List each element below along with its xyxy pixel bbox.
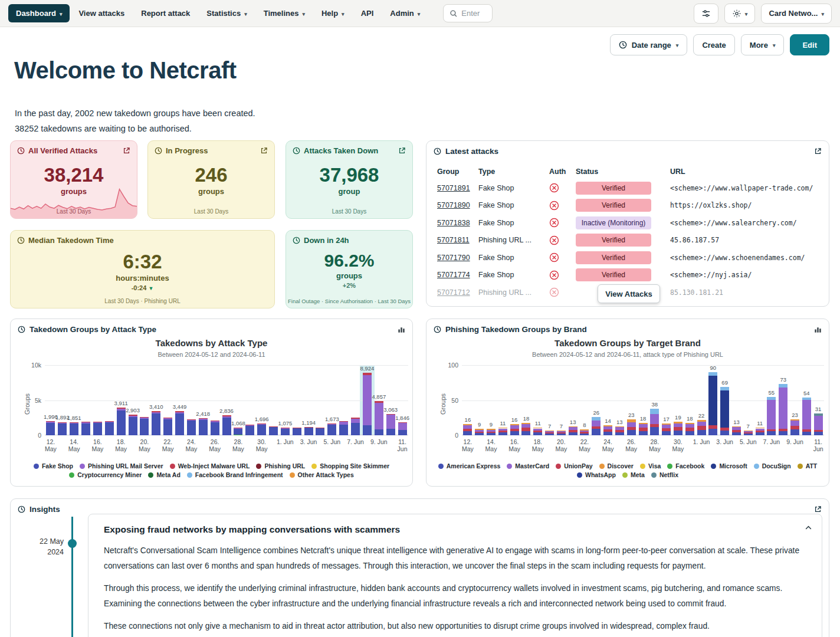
bar-chart-icon[interactable] <box>398 326 405 333</box>
bar-may-27[interactable] <box>639 423 648 435</box>
stat-card-attacks-taken-down[interactable]: Attacks Taken Down 37,968 group Last 30 … <box>286 140 413 219</box>
create-button[interactable]: Create <box>693 34 734 55</box>
legend-item[interactable]: Meta <box>622 471 645 478</box>
bar-may-14[interactable] <box>70 422 78 435</box>
group-link[interactable]: 57071712 <box>437 288 470 297</box>
bar-may-20[interactable] <box>140 417 149 435</box>
legend-item[interactable]: Discover <box>599 462 634 469</box>
group-link[interactable]: 57071790 <box>437 254 470 262</box>
nav-item-help[interactable]: Help▾ <box>314 4 352 22</box>
bar-may-16[interactable] <box>93 422 102 435</box>
nav-item-timelines[interactable]: Timelines▾ <box>256 4 313 22</box>
auth-cell[interactable] <box>549 270 576 280</box>
bar-jun-10[interactable] <box>802 398 811 435</box>
auth-cell[interactable] <box>549 287 576 297</box>
auth-cell[interactable] <box>549 235 576 245</box>
bar-may-29[interactable] <box>245 425 254 435</box>
bar-may-30[interactable] <box>257 423 266 435</box>
auth-cell[interactable] <box>549 218 576 228</box>
bar-may-22[interactable] <box>163 418 172 435</box>
bar-jun-8[interactable] <box>779 384 788 435</box>
nav-search[interactable] <box>443 4 493 22</box>
bar-may-14[interactable] <box>487 429 496 435</box>
stat-card-down-in-24h[interactable]: Down in 24h 96.2% groups +2% Final Outag… <box>286 230 413 308</box>
legend-item[interactable]: ATT <box>798 462 818 469</box>
auth-cell[interactable] <box>549 183 576 193</box>
legend-item[interactable]: Facebook Brand Infringement <box>187 471 283 478</box>
nav-item-admin[interactable]: Admin▾ <box>382 4 428 22</box>
group-link[interactable]: 57071774 <box>437 271 470 279</box>
legend-item[interactable]: Fake Shop <box>34 462 73 469</box>
bar-may-13[interactable] <box>475 429 484 435</box>
bar-jun-4[interactable] <box>316 428 324 435</box>
group-link[interactable]: 57071811 <box>437 236 470 244</box>
legend-item[interactable]: Meta Ad <box>148 471 180 478</box>
bar-may-19[interactable] <box>129 415 137 435</box>
bar-may-16[interactable] <box>510 424 519 435</box>
bar-may-21[interactable] <box>152 411 160 435</box>
legend-item[interactable]: Netflix <box>651 471 678 478</box>
legend-item[interactable]: Visa <box>640 462 661 469</box>
nav-item-statistics[interactable]: Statistics▾ <box>199 4 254 22</box>
legend-item[interactable]: UnionPay <box>556 462 592 469</box>
bar-jun-1[interactable] <box>281 428 290 435</box>
stat-card-in-progress[interactable]: In Progress 246 groups Last 30 Days <box>147 140 275 219</box>
bar-may-17[interactable] <box>105 421 114 435</box>
bar-may-26[interactable] <box>211 421 219 435</box>
bar-jun-6[interactable] <box>339 421 348 435</box>
group-link[interactable]: 57071890 <box>437 201 470 209</box>
legend-item[interactable]: Microsoft <box>711 462 747 469</box>
bar-jun-5[interactable] <box>327 423 336 435</box>
bar-may-28[interactable] <box>234 428 242 435</box>
bar-may-29[interactable] <box>662 423 671 435</box>
legend-item[interactable]: WhatsApp <box>577 471 616 478</box>
nav-item-dashboard[interactable]: Dashboard▾ <box>8 4 70 22</box>
bar-jun-7[interactable] <box>767 397 776 435</box>
auth-cell[interactable] <box>549 252 576 262</box>
bar-may-25[interactable] <box>615 426 624 435</box>
group-link[interactable]: 57071891 <box>437 184 470 192</box>
legend-item[interactable]: Web-Inject Malware URL <box>170 462 250 469</box>
stat-card-all-verified-attacks[interactable]: All Verified Attacks 38,214 groups Last … <box>10 140 137 219</box>
bar-may-23[interactable] <box>175 411 184 435</box>
bar-may-30[interactable] <box>674 422 682 435</box>
bar-jun-1[interactable] <box>697 420 706 435</box>
nav-item-report-attack[interactable]: Report attack <box>133 4 198 22</box>
preferences-button[interactable] <box>694 4 718 24</box>
bar-jun-7[interactable] <box>351 418 360 435</box>
bar-may-24[interactable] <box>603 425 612 435</box>
bar-jun-8[interactable] <box>363 373 372 435</box>
legend-item[interactable]: Shopping Site Skimmer <box>311 462 389 469</box>
nav-item-api[interactable]: API <box>353 4 382 22</box>
bar-may-31[interactable] <box>685 423 694 435</box>
bar-chart-icon[interactable] <box>814 326 822 333</box>
bar-may-15[interactable] <box>498 428 507 435</box>
bar-may-20[interactable] <box>557 431 566 435</box>
auth-cell[interactable] <box>549 201 576 211</box>
legend-item[interactable]: Cryptocurrency Miner <box>69 471 142 478</box>
bar-may-31[interactable] <box>269 426 278 435</box>
settings-button[interactable]: ▾ <box>724 4 756 24</box>
bar-may-12[interactable] <box>46 421 55 435</box>
bar-may-19[interactable] <box>545 431 554 435</box>
external-link-icon[interactable] <box>123 147 130 155</box>
bar-may-15[interactable] <box>81 422 90 435</box>
legend-item[interactable]: MasterCard <box>507 462 549 469</box>
bar-jun-3[interactable] <box>720 387 729 435</box>
bar-may-25[interactable] <box>199 418 208 435</box>
bar-jun-11[interactable] <box>398 422 407 435</box>
external-link-icon[interactable] <box>398 147 406 155</box>
account-dropdown[interactable]: Card Netwo... ▾ <box>761 4 832 24</box>
edit-button[interactable]: Edit <box>790 34 829 55</box>
bar-jun-11[interactable] <box>814 413 823 435</box>
collapse-button[interactable] <box>805 524 812 533</box>
nav-item-view-attacks[interactable]: View attacks <box>71 4 132 22</box>
bar-jun-2[interactable] <box>293 428 301 435</box>
bar-jun-5[interactable] <box>744 431 753 435</box>
search-input[interactable] <box>461 9 488 18</box>
legend-item[interactable]: DocuSign <box>754 462 791 469</box>
legend-item[interactable]: Phishing URL <box>256 462 305 469</box>
bar-may-24[interactable] <box>187 419 196 435</box>
bar-jun-9[interactable] <box>790 419 799 435</box>
bar-may-13[interactable] <box>58 422 67 436</box>
